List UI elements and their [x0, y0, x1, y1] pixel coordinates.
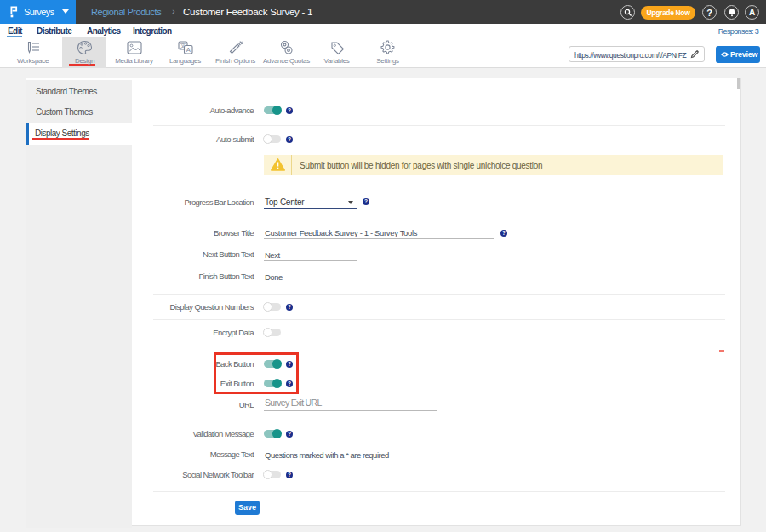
svg-text:A: A	[186, 46, 191, 54]
